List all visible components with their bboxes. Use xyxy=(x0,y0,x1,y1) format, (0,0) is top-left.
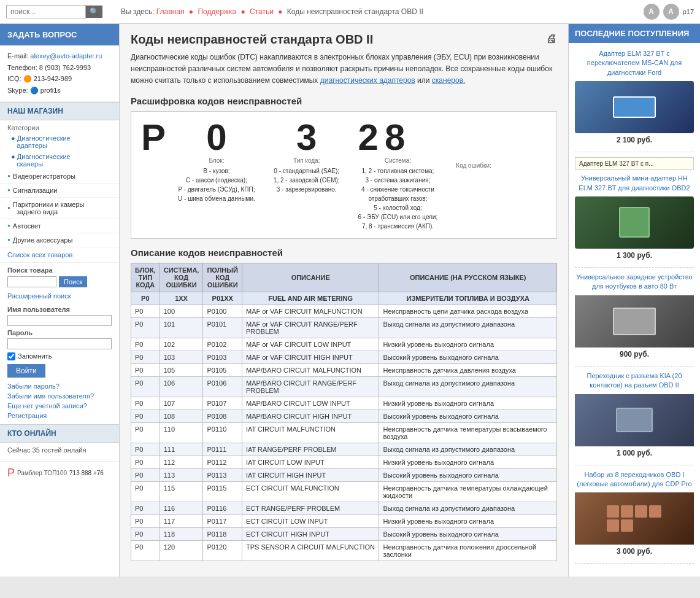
shop-title: НАШ МАГАЗИН xyxy=(0,102,119,120)
group-col1: P0 xyxy=(131,292,160,305)
menu-video[interactable]: Видеорегистраторы xyxy=(0,169,119,184)
remember-checkbox[interactable] xyxy=(7,352,15,360)
breadcrumb-current: Коды неисправностей стандарта OBD II xyxy=(287,7,423,16)
row-cell-c3: P0110 xyxy=(203,422,242,443)
row-cell-c3: P0102 xyxy=(203,338,242,351)
table-row: P0115P0115ECT CIRCUIT MALFUNCTIONНеиспра… xyxy=(131,481,557,502)
breadcrumb-support[interactable]: Поддержка xyxy=(198,7,236,16)
breadcrumb-sep1: ● xyxy=(189,7,193,16)
row-cell-c3: P0107 xyxy=(203,397,242,410)
row-cell-c5: Высокий уровень выходного сигнала xyxy=(379,351,557,363)
row-cell-c5: Низкий уровень выходного сигнала xyxy=(379,338,557,351)
all-goods-link[interactable]: Список всех товаров xyxy=(0,247,119,263)
menu-accessories[interactable]: Другие аксессуары xyxy=(0,233,119,247)
password-input[interactable] xyxy=(7,338,112,349)
row-cell-c1: P0 xyxy=(131,422,160,443)
row-cell-c5: Выход сигнала из допустимого диапазона xyxy=(379,502,557,515)
scanners-link[interactable]: сканеров. xyxy=(432,76,466,85)
row-cell-c3: P0112 xyxy=(203,456,242,468)
forgot-password-link[interactable]: Забыли пароль? xyxy=(0,381,119,391)
row-cell-c4: IAT RANGE/PERF PROBLEM xyxy=(242,443,379,456)
table-row: P0118P0118ECT CIRCUIT HIGH INPUTВысокий … xyxy=(131,527,557,540)
table-row: P0112P0112IAT CIRCUIT LOW INPUTНизкий ур… xyxy=(131,456,557,468)
register-link[interactable]: Регистрация xyxy=(0,411,119,421)
row-cell-c1: P0 xyxy=(131,443,160,456)
row-cell-c3: P0111 xyxy=(203,443,242,456)
product-name-1[interactable]: Адаптер ELM 327 BT с переключателем MS-C… xyxy=(575,49,694,77)
table-row: P0117P0117ECT CIRCUIT LOW INPUTНизкий ур… xyxy=(131,515,557,527)
menu-security[interactable]: Сигнализации xyxy=(0,184,119,198)
product-img-2[interactable] xyxy=(575,196,694,249)
product-name-2[interactable]: Универсальный мини-адаптер HH ELM 327 BT… xyxy=(575,174,694,193)
category-diag-scanners[interactable]: ● Диагностические сканеры xyxy=(0,151,119,169)
table-row: P0116P0116ECT RANGE/PERF PROBLEMВыход си… xyxy=(131,502,557,515)
th-sys-code: СИСТЕМА,КОДОШИБКИ xyxy=(160,263,203,292)
phone-value: 8 (903) 762-9993 xyxy=(39,64,91,71)
row-cell-c2: 107 xyxy=(160,397,203,410)
row-cell-c3: P0101 xyxy=(203,317,242,338)
row-cell-c1: P0 xyxy=(131,351,160,363)
remember-label: Запомнить xyxy=(18,352,52,360)
forgot-username-link[interactable]: Забыли имя пользователя? xyxy=(0,391,119,401)
username-input[interactable] xyxy=(7,315,112,326)
breadcrumb-home[interactable]: Главная xyxy=(156,7,185,16)
product-name-4[interactable]: Переходник с разъема KIA (20 контактов) … xyxy=(575,371,694,390)
decoder-char-8: 8 xyxy=(385,119,405,156)
row-cell-c2: 105 xyxy=(160,363,203,376)
row-cell-c3: P0106 xyxy=(203,376,242,397)
product-item-1: Адаптер ELM 327 BT с переключателем MS-C… xyxy=(575,49,694,152)
row-cell-c1: P0 xyxy=(131,397,160,410)
page-title-row: Коды неисправностей стандарта OBD II 🖨 xyxy=(131,33,557,47)
menu-parking[interactable]: Парктроники и камеры заднего вида xyxy=(0,198,119,219)
row-cell-c2: 102 xyxy=(160,338,203,351)
rambler-num: 713 888 +76 xyxy=(69,470,104,476)
decoder-col-block: B - кузов;C - шасси (подвеска);P - двига… xyxy=(178,166,255,203)
breadcrumb-sep2: ● xyxy=(240,7,245,16)
row-cell-c1: P0 xyxy=(131,468,160,481)
product-price-5: 3 000 руб. xyxy=(575,547,694,556)
row-cell-c4: ECT CIRCUIT HIGH INPUT xyxy=(242,527,379,540)
left-sidebar: ЗАДАТЬ ВОПРОС E-mail: alexey@avto-adapte… xyxy=(0,24,120,577)
goods-search-button[interactable]: Поиск xyxy=(59,276,87,287)
goods-search-input[interactable] xyxy=(7,276,56,287)
rambler-widget[interactable]: Р Рамблер ТОП100 713 888 +76 xyxy=(0,461,119,484)
skype-value: profi1s xyxy=(40,87,61,94)
avatar-a1[interactable]: A xyxy=(644,4,660,20)
row-cell-c4: ECT RANGE/PERF PROBLEM xyxy=(242,502,379,515)
product-img-5[interactable] xyxy=(575,492,694,545)
product-img-4[interactable] xyxy=(575,394,694,446)
rambler-label: Рамблер ТОП100 xyxy=(17,470,67,476)
row-cell-c2: 116 xyxy=(160,502,203,515)
product-img-1[interactable] xyxy=(575,81,694,133)
row-cell-c2: 101 xyxy=(160,317,203,338)
search-button[interactable]: 🔍 xyxy=(86,6,102,18)
row-cell-c4: ECT CIRCUIT LOW INPUT xyxy=(242,515,379,527)
breadcrumb-sep3: ● xyxy=(278,7,282,16)
adapters-link[interactable]: диагностических адаптеров xyxy=(320,76,415,85)
row-cell-c3: P0117 xyxy=(203,515,242,527)
row-cell-c2: 111 xyxy=(160,443,203,456)
breadcrumb-articles[interactable]: Статьи xyxy=(250,7,274,16)
search-input[interactable] xyxy=(6,5,86,18)
advanced-search-link[interactable]: Расширенный поиск xyxy=(0,291,119,303)
page-title-text: Коды неисправностей стандарта OBD II xyxy=(131,33,373,47)
product-name-5[interactable]: Набор из 8 переходников OBD I (легковые … xyxy=(575,470,694,489)
category-diag-adapters[interactable]: ● Диагностические адаптеры xyxy=(0,133,119,151)
phone-label: Телефон: xyxy=(7,64,37,71)
product-img-3[interactable] xyxy=(575,295,694,348)
avatar-a2[interactable]: A xyxy=(663,4,679,20)
product-name-3[interactable]: Универсальное зарядное устройство для но… xyxy=(575,273,694,292)
table-row: P0103P0103MAF or VAF CIRCUIT HIGH INPUTВ… xyxy=(131,351,557,363)
menu-autolight[interactable]: Автосвет xyxy=(0,219,119,233)
print-icon[interactable]: 🖨 xyxy=(546,33,557,45)
login-button[interactable]: Войти xyxy=(7,364,45,378)
search-goods-row: Поиск xyxy=(0,275,119,291)
row-cell-c5: Неисправность датчика положения дроссель… xyxy=(379,540,557,561)
row-cell-c3: P0118 xyxy=(203,527,242,540)
row-cell-c1: P0 xyxy=(131,515,160,527)
row-cell-c2: 118 xyxy=(160,527,203,540)
email-link[interactable]: alexey@avto-adapter.ru xyxy=(30,52,102,60)
row-cell-c4: IAT CIRCUIT LOW INPUT xyxy=(242,456,379,468)
decoder-char-p: P xyxy=(141,119,166,156)
row-cell-c4: ECT CIRCUIT MALFUNCTION xyxy=(242,481,379,502)
